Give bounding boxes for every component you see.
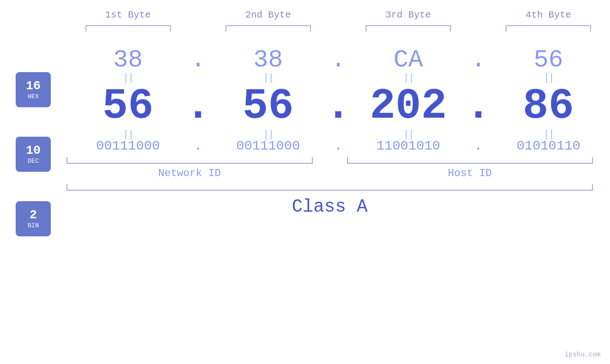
eq2-3: || bbox=[403, 131, 413, 138]
dec-badge-label: DEC bbox=[28, 158, 38, 165]
hex-badge-num: 16 bbox=[26, 79, 40, 93]
dec-val-2: 56 bbox=[243, 82, 294, 131]
bin-dot-2: . bbox=[334, 139, 342, 153]
host-label: Host ID bbox=[347, 168, 593, 179]
main-container: 1st Byte 2nd Byte 3rd Byte 4th Byte 16 H… bbox=[0, 0, 610, 364]
bin-badge-label: BIN bbox=[28, 222, 38, 229]
host-label-right-pad bbox=[593, 168, 610, 179]
eq1-3: || bbox=[403, 75, 413, 81]
equals-row-2: || || || || bbox=[66, 131, 610, 138]
full-bottom-bracket bbox=[66, 184, 593, 191]
network-label: Network ID bbox=[66, 168, 313, 179]
equals-row-1: || || || || bbox=[66, 75, 610, 81]
class-label-container: Class A bbox=[66, 196, 593, 217]
dec-badge-num: 10 bbox=[26, 144, 40, 158]
byte2-header: 2nd Byte bbox=[206, 9, 329, 20]
hex-val-2: 38 bbox=[253, 46, 283, 74]
class-label: Class A bbox=[292, 196, 368, 217]
bottom-bracket-row bbox=[66, 157, 610, 164]
byte4-header: 4th Byte bbox=[487, 9, 610, 20]
hex-dot-3: . bbox=[471, 46, 486, 74]
right-content: 38 . 38 . CA . 56 || || || || 56 bbox=[66, 37, 610, 355]
bracket-top-4 bbox=[506, 25, 591, 32]
host-bracket-right-pad bbox=[593, 157, 610, 164]
dec-badge: 10 DEC bbox=[16, 137, 51, 172]
host-label-text: Host ID bbox=[448, 168, 492, 179]
hex-row: 38 . 38 . CA . 56 bbox=[66, 46, 610, 74]
bin-val-2: 00111000 bbox=[236, 139, 300, 153]
bin-dot-3: . bbox=[474, 139, 482, 153]
bracket-top-2 bbox=[225, 25, 311, 32]
eq2-4: || bbox=[543, 131, 554, 138]
bracket-top-1 bbox=[85, 25, 171, 32]
left-badges: 16 HEX 10 DEC 2 BIN bbox=[0, 37, 66, 355]
eq2-2: || bbox=[263, 131, 273, 138]
hex-val-4: 56 bbox=[534, 46, 563, 74]
bin-row: 00111000 . 00111000 . 11001010 . 0101011… bbox=[66, 139, 610, 153]
top-brackets bbox=[0, 25, 610, 32]
network-bracket-container bbox=[66, 157, 313, 164]
hex-dot-2: . bbox=[331, 46, 346, 74]
bin-val-4: 01010110 bbox=[516, 139, 580, 153]
bin-val-3: 11001010 bbox=[376, 139, 440, 153]
bracket-gap bbox=[313, 157, 347, 164]
bin-dot-1: . bbox=[194, 139, 202, 153]
hex-dot-1: . bbox=[191, 46, 206, 74]
byte-headers: 1st Byte 2nd Byte 3rd Byte 4th Byte bbox=[0, 9, 610, 20]
byte3-header: 3rd Byte bbox=[347, 9, 470, 20]
bracket-top-3 bbox=[366, 25, 451, 32]
bin-badge-num: 2 bbox=[29, 208, 37, 222]
host-bracket-container bbox=[347, 157, 593, 164]
eq1-4: || bbox=[543, 75, 554, 81]
dec-val-3: 202 bbox=[370, 82, 447, 131]
eq1-1: || bbox=[122, 75, 133, 81]
bin-badge: 2 BIN bbox=[16, 201, 51, 236]
segment-gap bbox=[313, 168, 347, 179]
hex-val-1: 38 bbox=[113, 46, 142, 74]
watermark: ipshu.com bbox=[564, 351, 601, 358]
dec-val-1: 56 bbox=[103, 82, 154, 131]
bin-val-1: 00111000 bbox=[96, 139, 160, 153]
eq1-2: || bbox=[263, 75, 273, 81]
segment-labels: Network ID Host ID bbox=[66, 168, 610, 179]
network-bracket bbox=[66, 157, 313, 164]
hex-badge: 16 HEX bbox=[16, 72, 51, 107]
byte1-header: 1st Byte bbox=[66, 9, 189, 20]
content-area: 16 HEX 10 DEC 2 BIN 38 . 38 . CA . 56 bbox=[0, 37, 610, 355]
dec-val-4: 86 bbox=[523, 82, 574, 131]
eq2-1: || bbox=[122, 131, 133, 138]
hex-val-3: CA bbox=[394, 46, 423, 74]
host-bracket bbox=[347, 157, 593, 164]
network-label-text: Network ID bbox=[158, 168, 221, 179]
dec-row: 56 . 56 . 202 . 86 bbox=[66, 82, 610, 131]
hex-badge-label: HEX bbox=[28, 93, 38, 100]
